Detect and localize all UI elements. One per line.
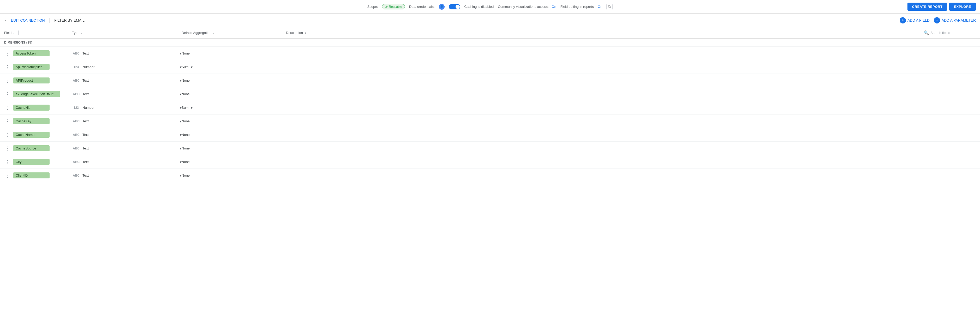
type-cell: ABC Text ▾ [72,78,181,83]
field-resize-handle[interactable] [17,30,19,35]
row-menu-icon[interactable]: ⋮ [4,172,11,180]
type-name: Number [83,106,178,110]
table-body: ⋮ AccessToken ABC Text ▾ None ⋮ ApiPrice… [0,47,980,182]
aggregation-value: Sum [181,106,189,110]
field-tag[interactable]: CacheName [13,132,49,138]
add-field-button[interactable]: + ADD A FIELD [900,17,930,24]
type-icon: 123 [72,106,80,110]
row-menu-icon[interactable]: ⋮ [4,118,11,125]
caching-label: Caching is disabled [465,5,494,9]
aggregation-value: None [181,92,190,96]
field-editing-label: Field editing in reports: On [560,5,602,9]
type-sort-icon[interactable]: ↓ [81,31,83,35]
copy-icon-btn[interactable]: ⧉ [606,4,612,10]
field-cell: ⋮ APIProduct [4,77,72,84]
type-dropdown-icon[interactable]: ▾ [180,51,181,56]
add-parameter-label: ADD A PARAMETER [942,18,976,22]
type-name: Text [83,92,178,96]
aggregation-value: None [181,160,190,164]
type-dropdown-icon[interactable]: ▾ [180,106,181,110]
row-menu-icon[interactable]: ⋮ [4,104,11,112]
table-row: ⋮ CacheKey ABC Text ▾ None [0,114,980,128]
field-tag[interactable]: CacheHit [13,105,49,111]
top-bar: Scope: Reusable Data credentials: 👤 Cach… [0,0,980,14]
field-tag[interactable]: ax_edge_execution_fault_... [13,91,60,97]
aggregation-header-label: Default Aggregation [181,31,212,35]
aggregation-cell: None [181,78,286,83]
type-name: Text [83,78,178,83]
add-field-icon: + [900,17,906,24]
row-menu-icon[interactable]: ⋮ [4,90,11,98]
toggle-bar-credentials[interactable] [449,4,460,10]
add-parameter-button[interactable]: + ADD A PARAMETER [934,17,976,24]
scope-label: Scope: [368,5,378,9]
reusable-badge: Reusable [382,4,405,10]
community-label: Community visualizations access: On [498,5,556,9]
col-type-header: Type ↓ [72,31,181,35]
dimensions-header: DIMENSIONS (85) [0,39,980,47]
aggregation-value: None [181,119,190,123]
col-aggregation-header: Default Aggregation ↓ [181,31,286,35]
type-dropdown-icon[interactable]: ▾ [180,133,181,137]
description-sort-icon[interactable]: ↓ [304,31,306,35]
row-menu-icon[interactable]: ⋮ [4,158,11,166]
field-cell: ⋮ CacheKey [4,118,72,125]
add-parameter-icon: + [934,17,940,24]
aggregation-cell: None [181,119,286,123]
type-dropdown-icon[interactable]: ▾ [180,146,181,151]
back-button[interactable]: ← EDIT CONNECTION [4,17,45,23]
type-dropdown-icon[interactable]: ▾ [180,78,181,83]
explore-button[interactable]: EXPLORE [949,3,976,11]
table-row: ⋮ CacheHit 123 Number ▾ Sum ▾ [0,101,980,114]
type-cell: ABC Text ▾ [72,92,181,96]
data-credentials-label: Data credentials: [409,5,435,9]
type-cell: ABC Text ▾ [72,119,181,123]
aggregation-cell: None [181,92,286,96]
aggregation-dropdown-icon[interactable]: ▾ [191,65,192,69]
row-menu-icon[interactable]: ⋮ [4,77,11,84]
field-tag[interactable]: CacheSource [13,145,49,151]
aggregation-dropdown-icon[interactable]: ▾ [191,106,192,110]
type-cell: ABC Text ▾ [72,173,181,178]
type-icon: ABC [72,174,80,177]
filter-label: FILTER BY EMAIL [54,18,84,22]
field-tag[interactable]: CacheKey [13,118,49,124]
second-bar-right: + ADD A FIELD + ADD A PARAMETER [900,17,976,24]
type-icon: ABC [72,146,80,150]
aggregation-cell: None [181,173,286,177]
create-report-button[interactable]: CREATE REPORT [907,3,947,11]
row-menu-icon[interactable]: ⋮ [4,49,11,57]
aggregation-value: None [181,173,190,177]
type-dropdown-icon[interactable]: ▾ [180,160,181,164]
row-menu-icon[interactable]: ⋮ [4,63,11,71]
search-placeholder[interactable]: Search fields [931,31,950,35]
type-cell: ABC Text ▾ [72,51,181,56]
table-row: ⋮ City ABC Text ▾ None [0,155,980,169]
type-name: Text [83,51,178,55]
row-menu-icon[interactable]: ⋮ [4,131,11,139]
field-cell: ⋮ ApiPriceMultiplier [4,63,72,71]
field-cell: ⋮ City [4,158,72,166]
table-row: ⋮ CacheSource ABC Text ▾ None [0,141,980,155]
field-tag[interactable]: AccessToken [13,50,49,56]
field-tag[interactable]: City [13,159,49,165]
field-sort-icon[interactable]: ↓ [13,31,14,35]
type-cell: 123 Number ▾ [72,65,181,69]
field-tag[interactable]: ApiPriceMultiplier [13,64,49,70]
aggregation-sort-icon[interactable]: ↓ [213,31,215,35]
type-dropdown-icon[interactable]: ▾ [180,119,181,123]
type-cell: ABC Text ▾ [72,146,181,151]
type-dropdown-icon[interactable]: ▾ [180,65,181,69]
field-cell: ⋮ ClientID [4,172,72,180]
type-dropdown-icon[interactable]: ▾ [180,173,181,178]
type-icon: ABC [72,52,80,55]
type-name: Text [83,173,178,177]
aggregation-cell: Sum ▾ [181,106,286,110]
field-tag[interactable]: ClientID [13,172,49,178]
type-dropdown-icon[interactable]: ▾ [180,92,181,96]
type-icon: ABC [72,119,80,123]
row-menu-icon[interactable]: ⋮ [4,145,11,153]
field-tag[interactable]: APIProduct [13,78,49,83]
type-name: Text [83,160,178,164]
field-cell: ⋮ ax_edge_execution_fault_... [4,90,72,98]
